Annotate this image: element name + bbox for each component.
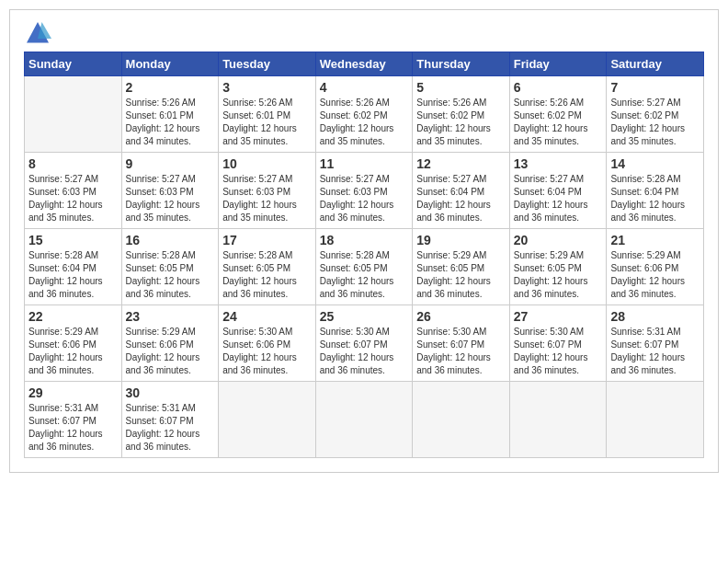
day-info: Sunrise: 5:30 AM Sunset: 6:07 PM Dayligh…	[416, 326, 506, 377]
table-row: 30 Sunrise: 5:31 AM Sunset: 6:07 PM Dayl…	[121, 382, 219, 458]
col-monday: Monday	[121, 52, 219, 76]
day-number: 16	[126, 233, 215, 247]
day-info: Sunrise: 5:26 AM Sunset: 6:01 PM Dayligh…	[222, 97, 312, 148]
day-info: Sunrise: 5:29 AM Sunset: 6:05 PM Dayligh…	[416, 249, 506, 301]
day-info: Sunrise: 5:28 AM Sunset: 6:05 PM Dayligh…	[320, 249, 409, 301]
table-row: 2 Sunrise: 5:26 AM Sunset: 6:01 PM Dayli…	[121, 76, 219, 153]
day-number: 20	[514, 233, 603, 247]
table-row: 24 Sunrise: 5:30 AM Sunset: 6:06 PM Dayl…	[219, 305, 316, 382]
day-info: Sunrise: 5:26 AM Sunset: 6:02 PM Dayligh…	[320, 97, 409, 148]
day-number: 29	[28, 385, 118, 400]
day-info: Sunrise: 5:26 AM Sunset: 6:02 PM Dayligh…	[416, 97, 506, 148]
day-number: 13	[514, 156, 603, 171]
day-info: Sunrise: 5:27 AM Sunset: 6:03 PM Dayligh…	[222, 173, 312, 224]
day-number: 27	[514, 309, 603, 324]
col-thursday: Thursday	[413, 52, 510, 76]
table-row: 8 Sunrise: 5:27 AM Sunset: 6:03 PM Dayli…	[25, 153, 122, 229]
table-row: 4 Sunrise: 5:26 AM Sunset: 6:02 PM Dayli…	[315, 76, 413, 153]
day-info: Sunrise: 5:27 AM Sunset: 6:04 PM Dayligh…	[514, 173, 603, 224]
table-row: 10 Sunrise: 5:27 AM Sunset: 6:03 PM Dayl…	[219, 153, 316, 229]
table-row: 11 Sunrise: 5:27 AM Sunset: 6:03 PM Dayl…	[315, 153, 413, 229]
day-info: Sunrise: 5:26 AM Sunset: 6:01 PM Dayligh…	[126, 97, 215, 148]
table-row: 9 Sunrise: 5:27 AM Sunset: 6:03 PM Dayli…	[121, 153, 219, 229]
day-info: Sunrise: 5:28 AM Sunset: 6:04 PM Dayligh…	[28, 249, 118, 301]
day-number: 30	[126, 385, 215, 400]
day-info: Sunrise: 5:27 AM Sunset: 6:03 PM Dayligh…	[126, 173, 215, 224]
week-row-1: 2 Sunrise: 5:26 AM Sunset: 6:01 PM Dayli…	[25, 76, 704, 153]
week-row-5: 29 Sunrise: 5:31 AM Sunset: 6:07 PM Dayl…	[25, 382, 704, 458]
day-number: 6	[514, 80, 603, 95]
day-info: Sunrise: 5:30 AM Sunset: 6:07 PM Dayligh…	[320, 326, 409, 377]
week-row-2: 8 Sunrise: 5:27 AM Sunset: 6:03 PM Dayli…	[25, 153, 704, 229]
table-row	[509, 382, 607, 458]
table-row: 17 Sunrise: 5:28 AM Sunset: 6:05 PM Dayl…	[219, 229, 316, 305]
table-row: 14 Sunrise: 5:28 AM Sunset: 6:04 PM Dayl…	[607, 153, 704, 229]
day-info: Sunrise: 5:29 AM Sunset: 6:05 PM Dayligh…	[514, 249, 603, 301]
day-number: 24	[222, 309, 312, 324]
day-number: 17	[222, 233, 312, 247]
day-info: Sunrise: 5:28 AM Sunset: 6:05 PM Dayligh…	[222, 249, 312, 301]
table-row	[607, 382, 704, 458]
table-row: 26 Sunrise: 5:30 AM Sunset: 6:07 PM Dayl…	[413, 305, 510, 382]
day-number: 14	[610, 156, 700, 171]
table-row	[25, 76, 122, 153]
day-info: Sunrise: 5:31 AM Sunset: 6:07 PM Dayligh…	[610, 326, 700, 377]
table-row: 12 Sunrise: 5:27 AM Sunset: 6:04 PM Dayl…	[413, 153, 510, 229]
calendar-page: Sunday Monday Tuesday Wednesday Thursday…	[9, 9, 719, 473]
calendar-table: Sunday Monday Tuesday Wednesday Thursday…	[24, 52, 704, 458]
day-info: Sunrise: 5:28 AM Sunset: 6:05 PM Dayligh…	[126, 249, 215, 301]
day-number: 23	[126, 309, 215, 324]
day-number: 12	[416, 156, 506, 171]
day-number: 2	[126, 80, 215, 95]
week-row-3: 15 Sunrise: 5:28 AM Sunset: 6:04 PM Dayl…	[25, 229, 704, 305]
table-row	[219, 382, 316, 458]
day-info: Sunrise: 5:30 AM Sunset: 6:06 PM Dayligh…	[222, 326, 312, 377]
svg-marker-1	[38, 22, 51, 39]
day-number: 11	[320, 156, 409, 171]
table-row: 25 Sunrise: 5:30 AM Sunset: 6:07 PM Dayl…	[315, 305, 413, 382]
day-number: 8	[28, 156, 118, 171]
day-info: Sunrise: 5:30 AM Sunset: 6:07 PM Dayligh…	[514, 326, 603, 377]
header-row: Sunday Monday Tuesday Wednesday Thursday…	[25, 52, 704, 76]
table-row: 16 Sunrise: 5:28 AM Sunset: 6:05 PM Dayl…	[121, 229, 219, 305]
day-number: 5	[416, 80, 506, 95]
day-number: 22	[28, 309, 118, 324]
day-info: Sunrise: 5:29 AM Sunset: 6:06 PM Dayligh…	[610, 249, 700, 301]
table-row: 5 Sunrise: 5:26 AM Sunset: 6:02 PM Dayli…	[413, 76, 510, 153]
day-number: 21	[610, 233, 700, 247]
day-number: 4	[320, 80, 409, 95]
col-wednesday: Wednesday	[315, 52, 413, 76]
day-info: Sunrise: 5:31 AM Sunset: 6:07 PM Dayligh…	[126, 402, 215, 454]
day-number: 26	[416, 309, 506, 324]
table-row: 29 Sunrise: 5:31 AM Sunset: 6:07 PM Dayl…	[25, 382, 122, 458]
day-info: Sunrise: 5:27 AM Sunset: 6:02 PM Dayligh…	[610, 97, 700, 148]
header	[24, 19, 704, 47]
col-friday: Friday	[509, 52, 607, 76]
logo-icon	[24, 19, 51, 47]
table-row: 20 Sunrise: 5:29 AM Sunset: 6:05 PM Dayl…	[509, 229, 607, 305]
table-row: 7 Sunrise: 5:27 AM Sunset: 6:02 PM Dayli…	[607, 76, 704, 153]
day-info: Sunrise: 5:29 AM Sunset: 6:06 PM Dayligh…	[126, 326, 215, 377]
table-row: 19 Sunrise: 5:29 AM Sunset: 6:05 PM Dayl…	[413, 229, 510, 305]
day-info: Sunrise: 5:28 AM Sunset: 6:04 PM Dayligh…	[610, 173, 700, 224]
day-info: Sunrise: 5:27 AM Sunset: 6:03 PM Dayligh…	[320, 173, 409, 224]
day-info: Sunrise: 5:29 AM Sunset: 6:06 PM Dayligh…	[28, 326, 118, 377]
table-row: 23 Sunrise: 5:29 AM Sunset: 6:06 PM Dayl…	[121, 305, 219, 382]
table-row	[413, 382, 510, 458]
day-number: 10	[222, 156, 312, 171]
day-number: 28	[610, 309, 700, 324]
day-number: 19	[416, 233, 506, 247]
col-sunday: Sunday	[25, 52, 122, 76]
day-number: 3	[222, 80, 312, 95]
week-row-4: 22 Sunrise: 5:29 AM Sunset: 6:06 PM Dayl…	[25, 305, 704, 382]
logo	[24, 19, 55, 47]
table-row: 22 Sunrise: 5:29 AM Sunset: 6:06 PM Dayl…	[25, 305, 122, 382]
day-info: Sunrise: 5:27 AM Sunset: 6:04 PM Dayligh…	[416, 173, 506, 224]
col-saturday: Saturday	[607, 52, 704, 76]
day-number: 7	[610, 80, 700, 95]
table-row: 27 Sunrise: 5:30 AM Sunset: 6:07 PM Dayl…	[509, 305, 607, 382]
table-row	[315, 382, 413, 458]
table-row: 28 Sunrise: 5:31 AM Sunset: 6:07 PM Dayl…	[607, 305, 704, 382]
day-number: 15	[28, 233, 118, 247]
day-number: 9	[126, 156, 215, 171]
